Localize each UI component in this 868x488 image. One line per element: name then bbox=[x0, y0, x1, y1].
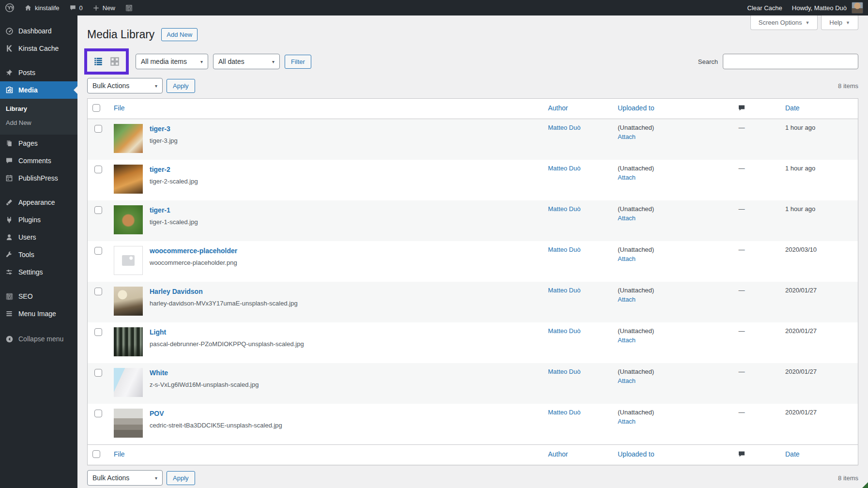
sidebar-item-appearance[interactable]: Appearance bbox=[0, 194, 77, 211]
apply-button[interactable]: Apply bbox=[167, 471, 195, 485]
row-checkbox[interactable] bbox=[94, 247, 102, 255]
yoast-menu-item[interactable] bbox=[120, 0, 138, 15]
media-title-link[interactable]: Light bbox=[150, 328, 304, 336]
site-menu-item[interactable]: kinstalife bbox=[19, 0, 64, 15]
media-thumbnail[interactable] bbox=[114, 409, 143, 438]
sidebar-item-dashboard[interactable]: Dashboard bbox=[0, 22, 77, 40]
bulk-actions-select[interactable]: Bulk Actions ▾ bbox=[87, 470, 163, 486]
column-header-file[interactable]: File bbox=[114, 450, 125, 458]
row-checkbox[interactable] bbox=[94, 369, 102, 377]
row-checkbox[interactable] bbox=[94, 288, 102, 295]
wordpress-logo-icon[interactable] bbox=[0, 0, 19, 15]
collapse-menu-button[interactable]: Collapse menu bbox=[0, 330, 77, 348]
select-all-checkbox[interactable] bbox=[92, 450, 100, 458]
sidebar-item-users[interactable]: Users bbox=[0, 229, 77, 246]
row-checkbox[interactable] bbox=[94, 410, 102, 417]
attach-link[interactable]: Attach bbox=[618, 174, 698, 181]
sidebar-item-settings[interactable]: Settings bbox=[0, 263, 77, 281]
admin-sidebar: Dashboard Kinsta Cache Posts Media Libra… bbox=[0, 15, 77, 488]
attach-link[interactable]: Attach bbox=[618, 255, 698, 262]
attach-link[interactable]: Attach bbox=[618, 214, 698, 222]
attach-link[interactable]: Attach bbox=[618, 133, 698, 140]
pages-icon bbox=[5, 139, 14, 148]
date-filter-select[interactable]: All dates ▾ bbox=[213, 54, 280, 69]
author-link[interactable]: Matteo Duò bbox=[548, 165, 580, 172]
comments-value: — bbox=[739, 327, 745, 335]
media-thumbnail[interactable] bbox=[114, 205, 143, 234]
sidebar-item-pages[interactable]: Pages bbox=[0, 135, 77, 152]
author-link[interactable]: Matteo Duò bbox=[548, 409, 580, 416]
clear-cache-button[interactable]: Clear Cache bbox=[743, 0, 787, 15]
howdy-menu-item[interactable]: Howdy, Matteo Duò bbox=[787, 0, 852, 15]
hamburger-icon bbox=[5, 309, 14, 318]
uploaded-to-status: (Unattached) bbox=[618, 165, 698, 172]
author-link[interactable]: Matteo Duò bbox=[548, 327, 580, 335]
collapse-arrow-icon bbox=[5, 335, 14, 343]
author-link[interactable]: Matteo Duò bbox=[548, 368, 580, 375]
media-title-link[interactable]: Harley Davidson bbox=[150, 288, 298, 295]
column-header-author[interactable]: Author bbox=[548, 104, 568, 112]
column-header-date[interactable]: Date bbox=[785, 104, 800, 112]
submenu-item-add-new[interactable]: Add New bbox=[0, 116, 77, 130]
user-avatar[interactable] bbox=[852, 2, 863, 14]
attach-link[interactable]: Attach bbox=[618, 336, 698, 344]
media-thumbnail[interactable] bbox=[114, 124, 143, 153]
attach-link[interactable]: Attach bbox=[618, 377, 698, 384]
column-header-author[interactable]: Author bbox=[548, 450, 568, 458]
sidebar-item-plugins[interactable]: Plugins bbox=[0, 211, 77, 229]
sliders-icon bbox=[5, 268, 14, 276]
media-thumbnail[interactable] bbox=[114, 246, 143, 275]
author-link[interactable]: Matteo Duò bbox=[548, 287, 580, 294]
row-checkbox[interactable] bbox=[94, 125, 102, 133]
new-menu-item[interactable]: New bbox=[88, 0, 120, 15]
list-view-button[interactable] bbox=[92, 55, 105, 68]
media-title-link[interactable]: woocommerce-placeholder bbox=[150, 247, 237, 255]
search-input[interactable] bbox=[723, 54, 858, 69]
row-checkbox[interactable] bbox=[94, 206, 102, 214]
media-title-link[interactable]: tiger-1 bbox=[150, 206, 198, 214]
media-thumbnail[interactable] bbox=[114, 327, 143, 356]
sidebar-item-menu-image[interactable]: Menu Image bbox=[0, 305, 77, 322]
attach-link[interactable]: Attach bbox=[618, 418, 698, 425]
screen-options-button[interactable]: Screen Options ▼ bbox=[750, 15, 818, 30]
column-header-uploaded-to[interactable]: Uploaded to bbox=[618, 104, 655, 112]
submenu-item-library[interactable]: Library bbox=[0, 102, 77, 116]
column-header-file[interactable]: File bbox=[114, 104, 125, 112]
column-header-date[interactable]: Date bbox=[785, 450, 800, 458]
sidebar-item-posts[interactable]: Posts bbox=[0, 64, 77, 81]
row-checkbox[interactable] bbox=[94, 328, 102, 336]
grid-view-button[interactable] bbox=[108, 55, 121, 68]
date-value: 2020/01/27 bbox=[785, 368, 817, 375]
attach-link[interactable]: Attach bbox=[618, 296, 698, 303]
date-value: 2020/01/27 bbox=[785, 327, 817, 335]
media-title-link[interactable]: tiger-2 bbox=[150, 166, 198, 173]
sidebar-item-seo[interactable]: SEO bbox=[0, 288, 77, 305]
sidebar-item-comments[interactable]: Comments bbox=[0, 152, 77, 169]
media-thumbnail[interactable] bbox=[114, 287, 143, 316]
sidebar-item-tools[interactable]: Tools bbox=[0, 246, 77, 263]
sidebar-item-publishpress[interactable]: PublishPress bbox=[0, 169, 77, 187]
filter-button[interactable]: Filter bbox=[285, 55, 311, 69]
author-link[interactable]: Matteo Duò bbox=[548, 205, 580, 213]
add-new-button[interactable]: Add New bbox=[161, 28, 198, 41]
author-link[interactable]: Matteo Duò bbox=[548, 246, 580, 253]
media-title-link[interactable]: tiger-3 bbox=[150, 125, 178, 133]
row-checkbox[interactable] bbox=[94, 166, 102, 173]
media-type-filter-select[interactable]: All media items ▾ bbox=[136, 54, 208, 69]
sidebar-item-kinsta-cache[interactable]: Kinsta Cache bbox=[0, 40, 77, 57]
media-title-link[interactable]: White bbox=[150, 369, 259, 377]
chevron-down-icon: ▼ bbox=[846, 20, 850, 25]
comments-value: — bbox=[739, 165, 745, 172]
column-header-uploaded-to[interactable]: Uploaded to bbox=[618, 450, 655, 458]
media-title-link[interactable]: POV bbox=[150, 410, 282, 417]
apply-button[interactable]: Apply bbox=[167, 79, 195, 93]
media-thumbnail[interactable] bbox=[114, 368, 143, 397]
bulk-actions-select[interactable]: Bulk Actions ▾ bbox=[87, 78, 163, 93]
select-all-checkbox[interactable] bbox=[92, 104, 100, 112]
sidebar-item-media[interactable]: Media bbox=[0, 81, 77, 99]
author-link[interactable]: Matteo Duò bbox=[548, 124, 580, 131]
media-thumbnail[interactable] bbox=[114, 165, 143, 194]
wrench-icon bbox=[5, 250, 14, 259]
comments-menu-item[interactable]: 0 bbox=[64, 0, 88, 15]
help-button[interactable]: Help ▼ bbox=[821, 15, 858, 30]
